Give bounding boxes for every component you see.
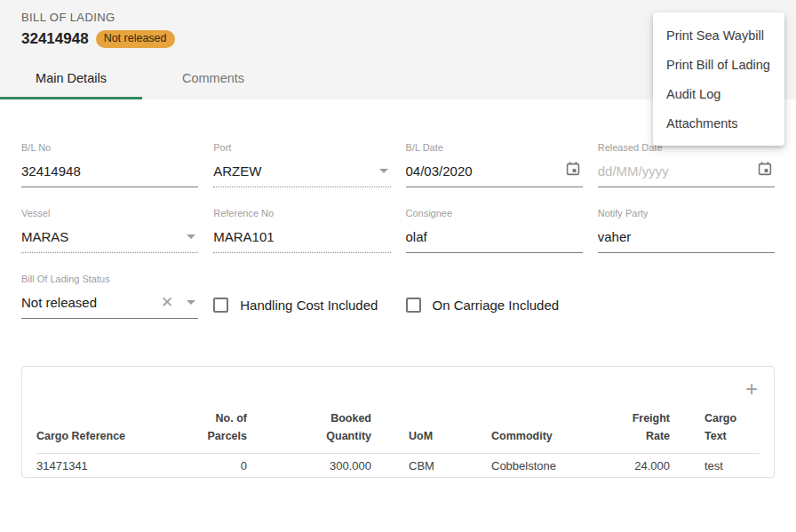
vessel-select[interactable]: MARAS [21,220,198,253]
bl-date-input[interactable]: 04/03/2020 [406,155,583,187]
field-label: Port [213,142,390,155]
field-bl-status: Bill Of Lading Status Not released ✕ [21,274,198,319]
col-header-no-of-parcels: No. of Parcels [179,409,247,445]
clear-icon[interactable]: ✕ [161,295,173,310]
port-select[interactable]: ARZEW [213,155,390,187]
cell-commodity: Cobbelstone [491,459,598,472]
bl-no-input[interactable]: 32414948 [21,155,198,187]
context-menu: Print Sea Waybill Print Bill of Lading A… [653,12,784,146]
released-date-input[interactable]: dd/MM/yyyy [598,155,775,187]
tab-comments[interactable]: Comments [142,57,284,99]
bl-number: 32414948 [21,30,89,48]
tab-main-details[interactable]: Main Details [0,57,142,99]
field-consignee: Consignee olaf [406,208,583,253]
tab-bar: Main Details Comments [0,57,284,99]
chevron-down-icon[interactable] [187,300,195,305]
col-header-uom: UoM [371,427,491,445]
field-vessel: Vessel MARAS [21,208,198,253]
cell-cargo-text: test [670,459,760,472]
calendar-icon[interactable] [757,161,773,180]
field-port: Port ARZEW [213,142,390,187]
col-header-freight-rate: Freight Rate [598,409,670,445]
table-row[interactable]: 31471341 0 300.000 CBM Cobbelstone 24.00… [36,454,760,477]
chevron-down-icon[interactable] [379,169,388,173]
menu-item-print-bill-of-lading[interactable]: Print Bill of Lading [653,50,784,79]
add-cargo-button[interactable]: + [744,379,760,401]
checkbox-icon[interactable] [406,298,421,313]
notify-party-input[interactable]: vaher [598,220,775,253]
menu-item-print-sea-waybill[interactable]: Print Sea Waybill [653,20,784,50]
chevron-down-icon[interactable] [187,234,195,239]
field-label: Vessel [21,208,198,220]
field-notify-party: Notify Party vaher [598,208,775,253]
cell-freight-rate: 24.000 [598,459,670,472]
field-label: Bill Of Lading Status [21,274,198,286]
cell-uom: CBM [371,459,491,472]
bl-status-select[interactable]: Not released ✕ [21,286,198,319]
status-badge: Not released [96,30,175,48]
field-label: Reference No [213,208,390,220]
cargo-table-card: + Cargo Reference No. of Parcels Booked … [21,366,775,478]
col-header-cargo-reference: Cargo Reference [36,427,179,445]
field-reference-no: Reference No MARA101 [213,208,390,253]
field-label: B/L No [21,142,198,155]
calendar-icon[interactable] [565,161,581,180]
cell-cargo-reference: 31471341 [36,459,179,472]
reference-no-input[interactable]: MARA101 [213,220,390,253]
field-label: Notify Party [598,208,775,220]
checkbox-handling-cost[interactable]: Handling Cost Included [213,291,390,319]
col-header-cargo-text: Cargo Text [670,409,760,445]
consignee-input[interactable]: olaf [406,220,583,253]
col-header-booked-quantity: Booked Quantity [247,409,371,445]
menu-item-attachments[interactable]: Attachments [653,108,784,138]
field-label: Consignee [406,208,583,220]
field-released-date: Released Date dd/MM/yyyy [598,142,775,187]
menu-item-audit-log[interactable]: Audit Log [653,79,784,108]
checkbox-icon[interactable] [213,298,228,313]
field-bl-date: B/L Date 04/03/2020 [406,142,583,187]
cell-no-of-parcels: 0 [179,459,247,472]
field-bl-no: B/L No 32414948 [21,142,198,187]
cell-booked-quantity: 300.000 [247,459,371,472]
col-header-commodity: Commodity [491,427,598,445]
cargo-table-header: Cargo Reference No. of Parcels Booked Qu… [36,409,760,454]
checkbox-on-carriage[interactable]: On Carriage Included [406,291,583,319]
field-label: B/L Date [406,142,583,155]
